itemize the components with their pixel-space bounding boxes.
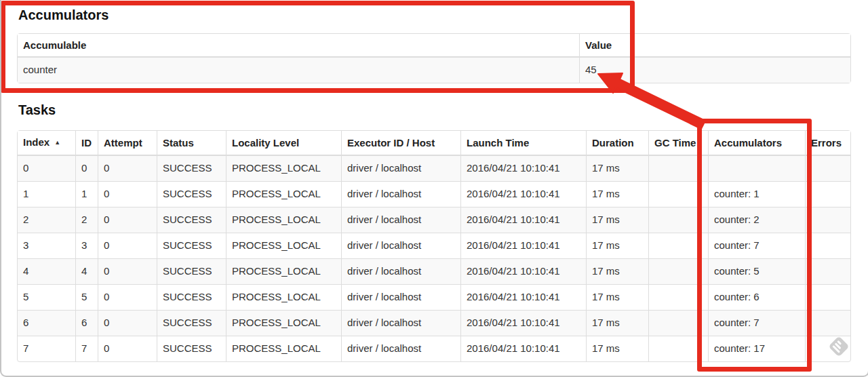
cell-accumulators: counter: 7 bbox=[708, 310, 805, 336]
cell-executor-id-host: driver / localhost bbox=[341, 284, 460, 310]
task-row: 110SUCCESSPROCESS_LOCALdriver / localhos… bbox=[18, 181, 850, 207]
cell-gc-time bbox=[648, 207, 708, 233]
cell-attempt: 0 bbox=[98, 233, 157, 258]
cell-executor-id-host: driver / localhost bbox=[341, 258, 460, 284]
cell-executor-id-host: driver / localhost bbox=[341, 156, 460, 181]
cell-status: SUCCESS bbox=[157, 336, 226, 361]
column-header-value: Value bbox=[579, 34, 850, 58]
cell-gc-time bbox=[648, 310, 708, 336]
cell-attempt: 0 bbox=[98, 207, 157, 233]
accumulators-table: Accumulable Value counter 45 bbox=[17, 33, 851, 83]
cell-duration: 17 ms bbox=[586, 284, 648, 310]
cell-errors bbox=[805, 336, 850, 361]
cell-locality-level: PROCESS_LOCAL bbox=[226, 181, 341, 207]
column-header-label: Status bbox=[163, 137, 194, 148]
column-header-errors[interactable]: Errors bbox=[805, 131, 850, 156]
column-header-label: Errors bbox=[811, 137, 842, 148]
column-header-label: GC Time bbox=[654, 137, 696, 148]
column-header-index[interactable]: Index▲ bbox=[18, 131, 75, 156]
cell-index: 1 bbox=[18, 181, 75, 207]
column-header-attempt[interactable]: Attempt bbox=[98, 131, 157, 156]
cell-id: 6 bbox=[75, 310, 98, 336]
cell-launch-time: 2016/04/21 10:10:41 bbox=[460, 284, 586, 310]
cell-id: 1 bbox=[75, 181, 98, 207]
column-header-gc-time[interactable]: GC Time bbox=[648, 131, 708, 156]
cell-attempt: 0 bbox=[98, 156, 157, 181]
cell-gc-time bbox=[648, 284, 708, 310]
cell-launch-time: 2016/04/21 10:10:41 bbox=[460, 310, 586, 336]
cell-attempt: 0 bbox=[98, 258, 157, 284]
cell-status: SUCCESS bbox=[157, 156, 226, 181]
cell-duration: 17 ms bbox=[586, 310, 648, 336]
task-row: 550SUCCESSPROCESS_LOCALdriver / localhos… bbox=[18, 284, 850, 310]
column-header-executor-id-host[interactable]: Executor ID / Host bbox=[341, 131, 460, 156]
cell-id: 4 bbox=[75, 258, 98, 284]
task-row: 220SUCCESSPROCESS_LOCALdriver / localhos… bbox=[18, 207, 850, 233]
cell-status: SUCCESS bbox=[157, 207, 226, 233]
cell-errors bbox=[805, 207, 850, 233]
cell-launch-time: 2016/04/21 10:10:41 bbox=[460, 156, 586, 181]
cell-status: SUCCESS bbox=[157, 284, 226, 310]
cell-index: 0 bbox=[18, 156, 75, 181]
cell-locality-level: PROCESS_LOCAL bbox=[226, 310, 341, 336]
cell-launch-time: 2016/04/21 10:10:41 bbox=[460, 233, 586, 258]
column-header-label: Accumulators bbox=[714, 137, 782, 148]
cell-accumulators: counter: 1 bbox=[708, 181, 805, 207]
cell-executor-id-host: driver / localhost bbox=[341, 310, 460, 336]
cell-id: 7 bbox=[75, 336, 98, 361]
cell-executor-id-host: driver / localhost bbox=[341, 181, 460, 207]
cell-index: 3 bbox=[18, 233, 75, 258]
cell-attempt: 0 bbox=[98, 284, 157, 310]
cell-accumulators: counter: 2 bbox=[708, 207, 805, 233]
cell-locality-level: PROCESS_LOCAL bbox=[226, 156, 341, 181]
cell-gc-time bbox=[648, 258, 708, 284]
column-header-launch-time[interactable]: Launch Time bbox=[460, 131, 586, 156]
cell-id: 3 bbox=[75, 233, 98, 258]
column-header-duration[interactable]: Duration bbox=[586, 131, 648, 156]
cell-duration: 17 ms bbox=[586, 233, 648, 258]
cell-errors bbox=[805, 181, 850, 207]
cell-accumulators: counter: 7 bbox=[708, 233, 805, 258]
column-header-accumulable: Accumulable bbox=[18, 34, 579, 58]
task-row: 330SUCCESSPROCESS_LOCALdriver / localhos… bbox=[18, 233, 850, 258]
tasks-heading: Tasks bbox=[18, 102, 56, 118]
accumulators-header-row: Accumulable Value bbox=[18, 34, 850, 58]
cell-locality-level: PROCESS_LOCAL bbox=[226, 233, 341, 258]
cell-launch-time: 2016/04/21 10:10:41 bbox=[460, 207, 586, 233]
task-row: 000SUCCESSPROCESS_LOCALdriver / localhos… bbox=[18, 156, 850, 181]
cell-id: 5 bbox=[75, 284, 98, 310]
column-header-accumulators[interactable]: Accumulators bbox=[708, 131, 805, 156]
cell-index: 4 bbox=[18, 258, 75, 284]
cell-launch-time: 2016/04/21 10:10:41 bbox=[460, 336, 586, 361]
cell-status: SUCCESS bbox=[157, 181, 226, 207]
cell-id: 0 bbox=[75, 156, 98, 181]
sort-ascending-icon: ▲ bbox=[54, 139, 60, 146]
cell-duration: 17 ms bbox=[586, 181, 648, 207]
cell-accumulators: counter: 6 bbox=[708, 284, 805, 310]
cell-index: 6 bbox=[18, 310, 75, 336]
column-header-label: Attempt bbox=[104, 137, 142, 148]
column-header-status[interactable]: Status bbox=[157, 131, 226, 156]
cell-accumulators: counter: 5 bbox=[708, 258, 805, 284]
column-header-locality-level[interactable]: Locality Level bbox=[226, 131, 341, 156]
cell-status: SUCCESS bbox=[157, 310, 226, 336]
cell-duration: 17 ms bbox=[586, 207, 648, 233]
column-header-label: Launch Time bbox=[467, 137, 529, 148]
cell-errors bbox=[805, 284, 850, 310]
cell-duration: 17 ms bbox=[586, 336, 648, 361]
column-header-id[interactable]: ID bbox=[75, 131, 98, 156]
task-row: 770SUCCESSPROCESS_LOCALdriver / localhos… bbox=[18, 336, 850, 361]
cell-attempt: 0 bbox=[98, 181, 157, 207]
accumulators-heading: Accumulators bbox=[18, 7, 108, 23]
cell-locality-level: PROCESS_LOCAL bbox=[226, 284, 341, 310]
cell-executor-id-host: driver / localhost bbox=[341, 233, 460, 258]
cell-attempt: 0 bbox=[98, 310, 157, 336]
tasks-header-row: Index▲IDAttemptStatusLocality LevelExecu… bbox=[18, 131, 850, 156]
cell-gc-time bbox=[648, 336, 708, 361]
cell-index: 2 bbox=[18, 207, 75, 233]
cell-launch-time: 2016/04/21 10:10:41 bbox=[460, 181, 586, 207]
tasks-table: Index▲IDAttemptStatusLocality LevelExecu… bbox=[17, 130, 851, 362]
cell-locality-level: PROCESS_LOCAL bbox=[226, 207, 341, 233]
accumulator-row: counter 45 bbox=[18, 58, 850, 83]
column-header-label: Executor ID / Host bbox=[347, 137, 435, 148]
